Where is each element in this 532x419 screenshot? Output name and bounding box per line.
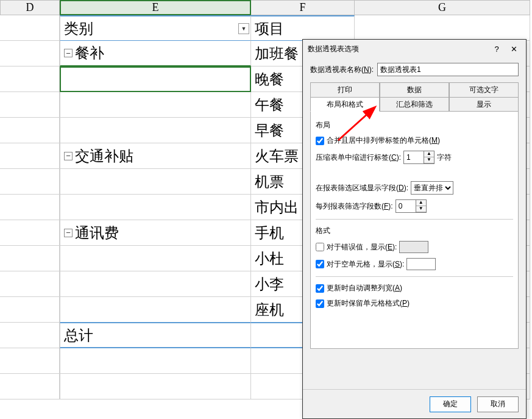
pivot-row[interactable]: − 通讯费 <box>60 220 251 246</box>
spinner-down-icon[interactable]: ▼ <box>424 157 434 163</box>
tab-display[interactable]: 显示 <box>449 97 519 112</box>
cell[interactable] <box>0 195 60 220</box>
pivot-header-item[interactable]: 项目 <box>251 15 355 41</box>
filter-cols-spinner[interactable]: ▲▼ <box>395 199 427 213</box>
tab-data[interactable]: 数据 <box>380 82 449 97</box>
empty-show-checkbox[interactable]: 对于空单元格，显示(S): <box>316 259 404 270</box>
collapse-icon[interactable]: − <box>64 229 73 237</box>
cell[interactable] <box>0 297 60 323</box>
filter-cols-label: 每列报表筛选字段数(F): <box>316 201 393 212</box>
pivot-row[interactable] <box>60 195 251 220</box>
error-show-input <box>399 241 428 253</box>
indent-unit: 字符 <box>437 152 452 163</box>
cell[interactable] <box>0 143 60 169</box>
col-header-d[interactable]: D <box>0 0 60 15</box>
section-format-label: 格式 <box>316 226 513 236</box>
help-button[interactable]: ? <box>489 42 504 56</box>
col-header-e[interactable]: E <box>60 0 251 15</box>
collapse-icon[interactable]: − <box>64 152 73 160</box>
active-cell[interactable] <box>60 66 251 92</box>
tab-content-layout: 布局 合并且居中排列带标签的单元格(M) 压缩表单中缩进行标签(C): ▲▼ <box>310 111 519 349</box>
tab-layout-format[interactable]: 布局和格式 <box>310 97 380 112</box>
preserve-format-checkbox[interactable]: 更新时保留单元格格式(P) <box>316 298 410 309</box>
cell[interactable] <box>0 66 60 92</box>
cell[interactable] <box>60 348 251 374</box>
col-header-g[interactable]: G <box>355 0 530 15</box>
cell[interactable] <box>60 374 251 399</box>
pivot-row[interactable] <box>60 92 251 118</box>
pivot-row[interactable] <box>60 118 251 143</box>
tab-print[interactable]: 打印 <box>310 82 380 97</box>
cell[interactable] <box>0 169 60 195</box>
error-show-checkbox[interactable]: 对于错误值，显示(E): <box>316 242 397 252</box>
pivot-row[interactable]: − 交通补贴 <box>60 143 251 169</box>
pivot-row[interactable] <box>60 297 251 323</box>
ok-button[interactable]: 确定 <box>430 396 471 412</box>
cancel-button[interactable]: 取消 <box>477 396 519 412</box>
cell[interactable] <box>0 220 60 246</box>
tab-alttext[interactable]: 可选文字 <box>449 82 519 97</box>
filter-area-label: 在报表筛选区域显示字段(D): <box>316 183 408 193</box>
tab-totals-filters[interactable]: 汇总和筛选 <box>380 97 449 112</box>
spinner-down-icon[interactable]: ▼ <box>416 206 426 212</box>
pivot-name-label: 数据透视表名称(N): <box>310 65 374 75</box>
cell[interactable] <box>355 15 530 41</box>
empty-show-input[interactable] <box>406 258 436 270</box>
cell[interactable] <box>0 118 60 143</box>
merge-center-checkbox[interactable]: 合并且居中排列带标签的单元格(M) <box>316 135 440 146</box>
dialog-titlebar: 数据透视表选项 ? ✕ <box>303 40 526 58</box>
filter-area-select[interactable]: 垂直并排 <box>411 181 453 195</box>
pivot-row[interactable] <box>60 271 251 297</box>
filter-dropdown-icon[interactable]: ▼ <box>238 23 249 34</box>
pivot-options-dialog: 数据透视表选项 ? ✕ 数据透视表名称(N): 打印 数据 可选文字 布局和格式… <box>302 39 527 419</box>
cell[interactable] <box>0 374 60 399</box>
pivot-total[interactable]: 总计 <box>60 323 251 348</box>
cell[interactable] <box>0 92 60 118</box>
pivot-row[interactable] <box>60 169 251 195</box>
pivot-row[interactable]: − 餐补 <box>60 41 251 66</box>
pivot-row[interactable] <box>60 246 251 271</box>
indent-spinner[interactable]: ▲▼ <box>403 151 434 164</box>
pivot-name-input[interactable] <box>377 63 519 76</box>
cell[interactable] <box>0 15 60 41</box>
close-button[interactable]: ✕ <box>506 42 521 56</box>
autofit-checkbox[interactable]: 更新时自动调整列宽(A) <box>316 283 402 293</box>
indent-label: 压缩表单中缩进行标签(C): <box>316 152 401 163</box>
pivot-header-category[interactable]: 类别 ▼ <box>60 15 251 41</box>
cell[interactable] <box>0 41 60 66</box>
cell[interactable] <box>0 246 60 271</box>
col-header-f[interactable]: F <box>251 0 355 15</box>
cell[interactable] <box>0 348 60 374</box>
cell[interactable] <box>0 323 60 348</box>
section-layout-label: 布局 <box>316 120 513 131</box>
collapse-icon[interactable]: − <box>64 49 73 57</box>
column-headers: D E F G <box>0 0 532 15</box>
cell[interactable] <box>0 271 60 297</box>
dialog-title: 数据透视表选项 <box>308 44 489 54</box>
